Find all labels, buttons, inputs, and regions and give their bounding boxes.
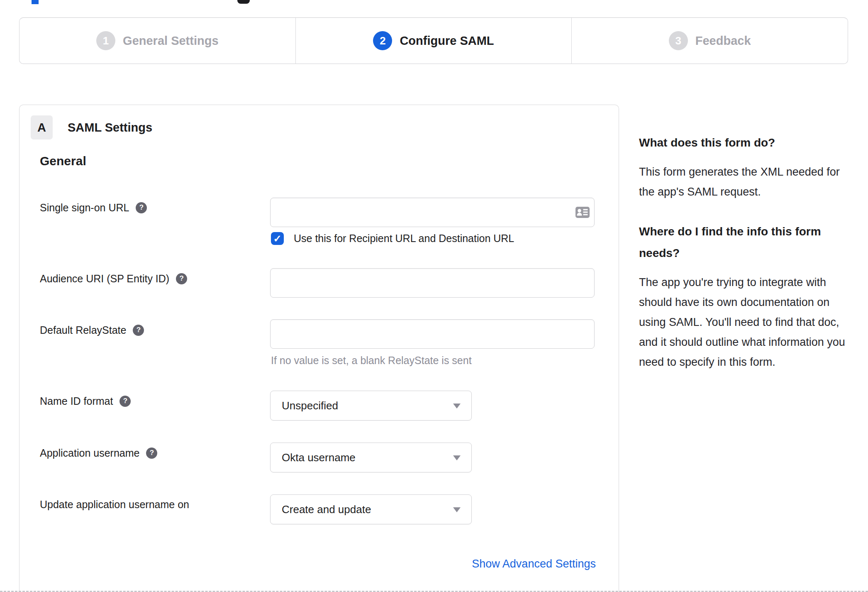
single-sign-on-url-label: Single sign-on URL ?: [40, 201, 147, 214]
help-icon[interactable]: ?: [176, 273, 187, 284]
step-general-settings[interactable]: 1 General Settings: [20, 18, 295, 64]
help-icon[interactable]: ?: [119, 396, 131, 407]
step-number-badge: 3: [669, 31, 688, 50]
field-label: Single sign-on URL: [40, 202, 129, 214]
field-label: Audience URI (SP Entity ID): [40, 273, 169, 285]
section-a-badge: A: [31, 115, 53, 139]
application-username-label: Application username ?: [40, 447, 157, 459]
field-label: Default RelayState: [40, 324, 126, 336]
select-value: Unspecified: [282, 399, 338, 412]
default-relaystate-label: Default RelayState ?: [40, 324, 144, 336]
field-label: Name ID format: [40, 395, 113, 407]
step-label: General Settings: [123, 34, 218, 48]
application-username-select[interactable]: Okta username: [270, 443, 472, 472]
field-label: Application username: [40, 447, 139, 459]
chevron-down-icon: [453, 507, 461, 512]
name-id-format-label: Name ID format ?: [40, 395, 131, 407]
contact-card-icon[interactable]: [575, 207, 590, 218]
relaystate-hint: If no value is set, a blank RelayState i…: [271, 355, 472, 367]
select-value: Okta username: [282, 451, 356, 464]
wizard-stepper: 1 General Settings 2 Configure SAML 3 Fe…: [19, 17, 848, 64]
general-group-title: General: [40, 154, 86, 168]
panel-header: A SAML Settings: [31, 115, 152, 139]
help-sidebar: What does this form do? This form genera…: [639, 132, 851, 391]
chevron-down-icon: [453, 455, 461, 460]
configure-saml-page: 1 General Settings 2 Configure SAML 3 Fe…: [0, 0, 868, 592]
step-number-badge: 1: [96, 31, 115, 50]
sidebar-heading-where: Where do I find the info this form needs…: [639, 221, 851, 264]
update-username-on-label: Update application username on: [40, 498, 189, 511]
chevron-down-icon: [453, 404, 461, 409]
sidebar-heading-what: What does this form do?: [639, 132, 851, 154]
step-configure-saml[interactable]: 2 Configure SAML: [295, 18, 572, 64]
select-value: Create and update: [282, 503, 371, 516]
cropped-icon-fragment: [237, 0, 250, 4]
sidebar-body-what: This form generates the XML needed for t…: [639, 162, 851, 202]
sidebar-body-where: The app you're trying to integrate with …: [639, 272, 851, 372]
section-title: SAML Settings: [68, 121, 152, 135]
audience-uri-input[interactable]: [270, 268, 595, 298]
name-id-format-select[interactable]: Unspecified: [270, 391, 472, 421]
audience-uri-label: Audience URI (SP Entity ID) ?: [40, 272, 187, 285]
cropped-logo-fragment: [32, 0, 39, 4]
step-number-badge: 2: [373, 31, 392, 50]
use-this-checkbox-row: Use this for Recipient URL and Destinati…: [271, 232, 514, 245]
use-this-checkbox-label: Use this for Recipient URL and Destinati…: [294, 232, 514, 245]
default-relaystate-input[interactable]: [270, 319, 595, 349]
help-icon[interactable]: ?: [146, 448, 157, 459]
field-label: Update application username on: [40, 499, 189, 511]
single-sign-on-url-input[interactable]: [270, 198, 595, 227]
step-label: Feedback: [695, 34, 751, 48]
saml-settings-panel: A SAML Settings General Single sign-on U…: [19, 105, 619, 592]
step-feedback[interactable]: 3 Feedback: [571, 18, 848, 64]
help-icon[interactable]: ?: [136, 202, 147, 213]
step-label: Configure SAML: [400, 34, 494, 48]
use-this-checkbox[interactable]: [271, 232, 284, 245]
show-advanced-settings-link[interactable]: Show Advanced Settings: [472, 558, 596, 570]
update-username-on-select[interactable]: Create and update: [270, 494, 472, 524]
help-icon[interactable]: ?: [133, 325, 144, 336]
